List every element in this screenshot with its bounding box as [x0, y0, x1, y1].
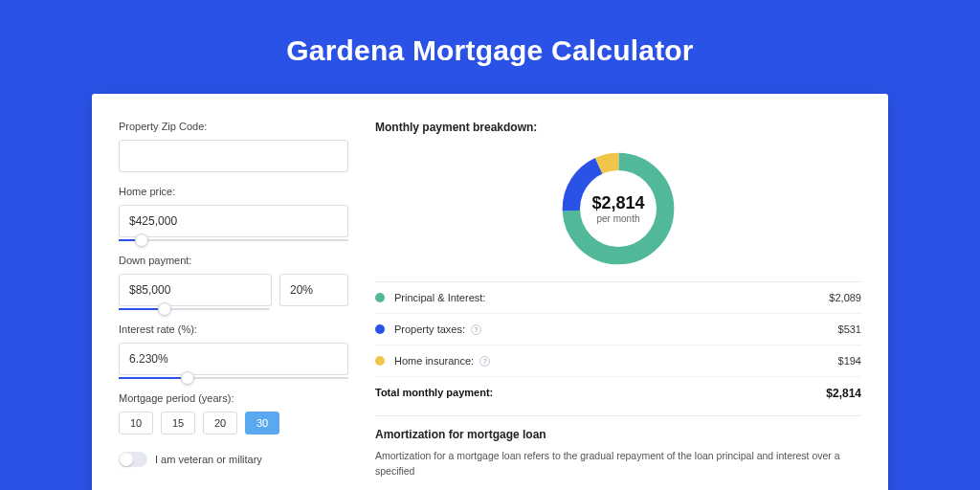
item-value: $531 [838, 323, 861, 335]
veteran-row: I am veteran or military [119, 452, 348, 467]
donut-wrap: $2,814 per month [375, 142, 861, 281]
calculator-card: Property Zip Code: Home price: Down paym… [92, 94, 888, 490]
down-payment-group: Down payment: [119, 255, 348, 310]
zip-input[interactable] [119, 140, 348, 172]
slider-thumb[interactable] [135, 234, 148, 247]
info-icon[interactable]: ? [471, 324, 481, 335]
total-label: Total monthly payment: [375, 387, 493, 400]
down-payment-label: Down payment: [119, 255, 348, 266]
down-payment-input[interactable] [119, 274, 272, 306]
right-panel: Monthly payment breakdown: $2,814 per mo… [375, 121, 861, 490]
amort-text: Amortization for a mortgage loan refers … [375, 449, 861, 479]
item-label: Property taxes: ? [394, 323, 481, 335]
donut-chart: $2,814 per month [561, 151, 676, 266]
period-btn-15[interactable]: 15 [161, 412, 195, 434]
slider-thumb[interactable] [181, 371, 194, 385]
period-label: Mortgage period (years): [119, 392, 348, 404]
amort-block: Amortization for mortgage loan Amortizat… [375, 428, 861, 479]
period-row: 10 15 20 30 [119, 412, 348, 434]
donut-value: $2,814 [591, 193, 644, 213]
total-row: Total monthly payment: $2,814 [375, 377, 861, 415]
home-price-group: Home price: [119, 186, 348, 241]
veteran-label: I am veteran or military [155, 454, 262, 465]
interest-input[interactable] [119, 343, 348, 375]
total-value: $2,814 [826, 387, 861, 400]
home-price-slider[interactable] [119, 239, 348, 241]
interest-group: Interest rate (%): [119, 323, 348, 379]
period-group: Mortgage period (years): 10 15 20 30 [119, 392, 348, 434]
down-payment-slider[interactable] [119, 308, 270, 310]
dot-icon [375, 293, 385, 302]
zip-label: Property Zip Code: [119, 121, 348, 132]
interest-slider[interactable] [119, 377, 348, 379]
period-btn-20[interactable]: 20 [203, 412, 237, 434]
item-value: $2,089 [829, 292, 861, 303]
info-icon[interactable]: ? [479, 356, 490, 367]
home-price-input[interactable] [119, 205, 348, 237]
down-payment-pct-input[interactable] [279, 274, 348, 306]
item-label-text: Property taxes: [394, 323, 465, 335]
zip-field-group: Property Zip Code: [119, 121, 348, 172]
home-price-label: Home price: [119, 186, 348, 197]
dot-icon [375, 324, 385, 334]
dot-icon [375, 356, 385, 366]
period-btn-10[interactable]: 10 [119, 412, 153, 434]
breakdown-title: Monthly payment breakdown: [375, 121, 861, 134]
left-panel: Property Zip Code: Home price: Down paym… [119, 121, 348, 490]
item-value: $194 [838, 355, 861, 367]
donut-sub: per month [596, 213, 639, 224]
item-label-text: Home insurance: [394, 355, 474, 367]
veteran-toggle[interactable] [119, 452, 147, 467]
line-item-tax: Property taxes: ? $531 [375, 314, 861, 345]
page-title: Gardena Mortgage Calculator [0, 0, 980, 94]
period-btn-30[interactable]: 30 [245, 412, 279, 434]
line-item-ins: Home insurance: ? $194 [375, 345, 861, 377]
item-label: Principal & Interest: [394, 292, 485, 303]
line-item-pi: Principal & Interest: $2,089 [375, 282, 861, 314]
donut-center: $2,814 per month [580, 170, 657, 247]
slider-thumb[interactable] [158, 302, 171, 316]
divider [375, 415, 861, 416]
item-label: Home insurance: ? [394, 355, 490, 367]
amort-title: Amortization for mortgage loan [375, 428, 861, 441]
interest-label: Interest rate (%): [119, 323, 348, 335]
